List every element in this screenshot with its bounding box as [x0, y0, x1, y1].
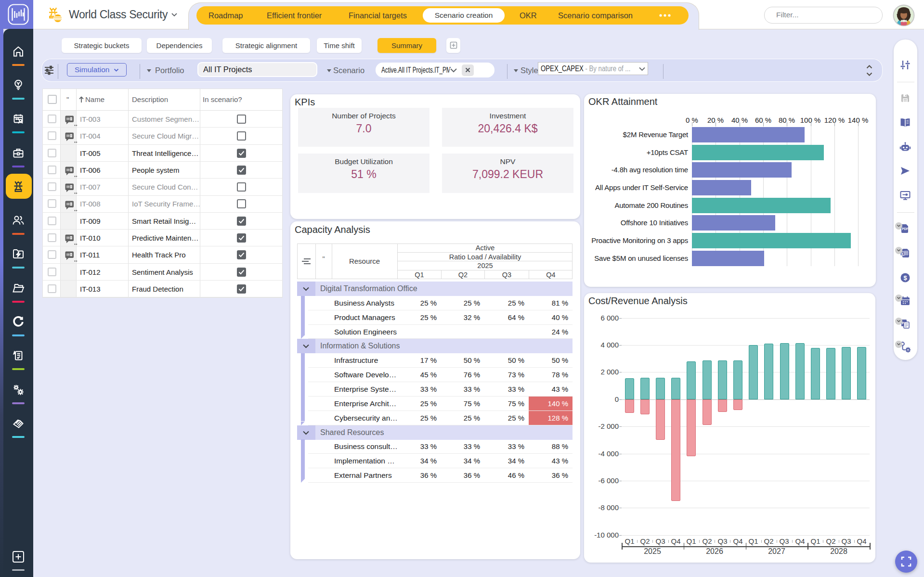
- svg-text:$: $: [904, 274, 908, 282]
- svg-text:PDF: PDF: [902, 227, 908, 231]
